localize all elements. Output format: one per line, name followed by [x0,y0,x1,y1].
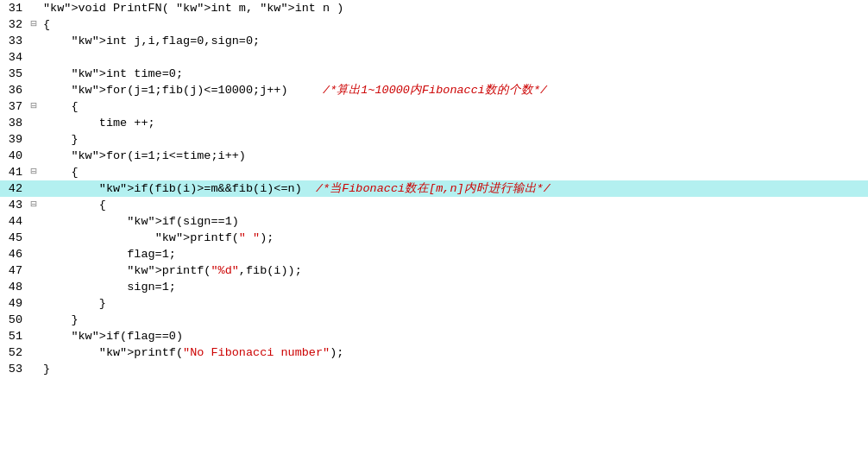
code-line: 32⊟{ [0,16,868,33]
line-number: 40 [0,148,28,164]
line-number: 49 [0,295,28,312]
line-number: 50 [0,312,28,328]
code-line: 50 } [0,312,868,328]
code-text: "kw">printf(" "); [40,230,274,246]
line-number: 51 [0,328,28,344]
code-line: 49 } [0,295,868,312]
code-line: 43⊟ { [0,197,868,213]
code-text: } [40,295,106,312]
code-text: "kw">int time=0; [40,66,183,82]
code-text: { [40,98,79,115]
line-number: 43 [0,197,28,213]
code-text: { [40,197,106,213]
line-number: 32 [0,16,28,33]
code-text: "kw">if(fib(i)>=m&&fib(i)<=n) /*当Fibonac… [40,180,550,197]
code-line: 31"kw">void PrintFN( "kw">int m, "kw">in… [0,0,868,16]
code-editor: 31"kw">void PrintFN( "kw">int m, "kw">in… [0,0,868,461]
code-text: "kw">if(flag==0) [40,328,183,344]
code-line: 51 "kw">if(flag==0) [0,328,868,344]
gutter-icon: ⊟ [28,197,40,213]
code-text: } [40,312,79,328]
code-line: 36 "kw">for(j=1;fib(j)<=10000;j++) /*算出1… [0,82,868,98]
code-line: 41⊟ { [0,164,868,180]
code-line: 37⊟ { [0,98,868,115]
code-line: 47 "kw">printf("%d",fib(i)); [0,262,868,279]
code-line: 44 "kw">if(sign==1) [0,213,868,230]
line-number: 48 [0,279,28,295]
code-text: time ++; [40,115,155,131]
code-line: 42 "kw">if(fib(i)>=m&&fib(i)<=n) /*当Fibo… [0,180,868,197]
code-text: flag=1; [40,246,176,262]
code-text: "kw">for(i=1;i<=time;i++) [40,148,246,164]
code-line: 48 sign=1; [0,279,868,295]
line-number: 46 [0,246,28,262]
code-line: 39 } [0,131,868,148]
line-number: 35 [0,66,28,82]
code-text: "kw">int j,i,flag=0,sign=0; [40,33,260,49]
line-number: 33 [0,33,28,49]
code-line: 46 flag=1; [0,246,868,262]
code-text: } [40,131,79,148]
line-number: 47 [0,262,28,279]
code-text: sign=1; [40,279,176,295]
line-number: 44 [0,213,28,230]
gutter-icon: ⊟ [28,16,40,33]
code-line: 35 "kw">int time=0; [0,66,868,82]
code-line: 34 [0,49,868,66]
code-line: 45 "kw">printf(" "); [0,230,868,246]
line-number: 52 [0,344,28,361]
code-line: 52 "kw">printf("No Fibonacci number"); [0,344,868,361]
code-text: "kw">void PrintFN( "kw">int m, "kw">int … [40,0,343,16]
code-line: 38 time ++; [0,115,868,131]
code-text: "kw">printf("%d",fib(i)); [40,262,302,279]
line-number: 31 [0,0,28,16]
line-number: 53 [0,361,28,377]
line-number: 37 [0,98,28,115]
line-number: 45 [0,230,28,246]
line-number: 34 [0,49,28,66]
code-text: { [40,164,79,180]
line-number: 42 [0,180,28,197]
code-text: "kw">for(j=1;fib(j)<=10000;j++) /*算出1~10… [40,82,547,98]
code-line: 40 "kw">for(i=1;i<=time;i++) [0,148,868,164]
code-line: 53} [0,361,868,377]
gutter-icon: ⊟ [28,98,40,115]
code-line: 33 "kw">int j,i,flag=0,sign=0; [0,33,868,49]
line-number: 38 [0,115,28,131]
line-number: 36 [0,82,28,98]
code-text: } [40,361,50,377]
line-number: 41 [0,164,28,180]
code-text: { [40,16,50,33]
code-text: "kw">printf("No Fibonacci number"); [40,344,343,361]
gutter-icon: ⊟ [28,164,40,180]
code-text: "kw">if(sign==1) [40,213,239,230]
line-number: 39 [0,131,28,148]
